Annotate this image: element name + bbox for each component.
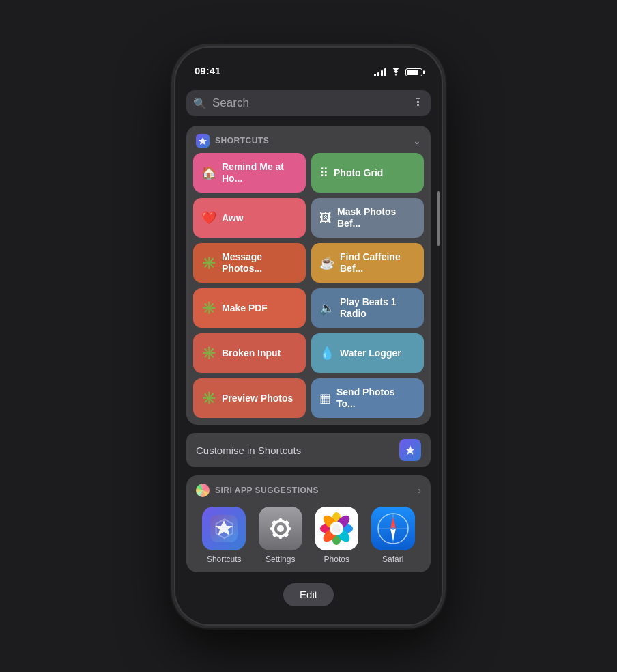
siri-card: SIRI APP SUGGESTIONS › <box>186 475 431 572</box>
preview-photos-icon: ✳️ <box>201 391 216 406</box>
preview-photos-label: Preview Photos <box>222 393 293 404</box>
notch <box>257 48 360 68</box>
photos-app-icon <box>315 507 358 550</box>
customize-bar[interactable]: Customise in Shortcuts <box>186 433 431 467</box>
siri-app-shortcuts[interactable]: Shortcuts <box>202 507 246 564</box>
shortcuts-chevron-icon[interactable]: ⌄ <box>413 135 421 146</box>
shortcuts-app-icon <box>202 507 246 550</box>
siri-icon <box>196 484 210 497</box>
water-logger-icon: 💧 <box>319 346 334 361</box>
svg-point-4 <box>277 525 284 532</box>
shortcut-make-pdf[interactable]: ✳️ Make PDF <box>193 288 306 328</box>
svg-rect-5 <box>278 518 282 522</box>
make-pdf-icon: ✳️ <box>201 300 216 316</box>
signal-icon <box>374 68 386 76</box>
search-icon: 🔍 <box>193 97 207 110</box>
siri-app-photos[interactable]: Photos <box>315 507 358 564</box>
shortcut-send-photos[interactable]: ▦ Send Photos To... <box>311 378 424 418</box>
remind-home-label: Remind Me at Ho... <box>222 161 298 184</box>
status-time: 09:41 <box>195 65 220 76</box>
siri-header: SIRI APP SUGGESTIONS › <box>196 484 421 497</box>
shortcut-message-photos[interactable]: ✳️ Message Photos... <box>193 243 306 283</box>
status-icons <box>374 68 422 76</box>
siri-header-left: SIRI APP SUGGESTIONS <box>196 484 319 497</box>
send-photos-icon: ▦ <box>319 391 331 406</box>
edit-button-container: Edit <box>175 583 442 606</box>
svg-rect-8 <box>287 527 291 531</box>
card-header-left: SHORTCUTS <box>196 134 269 148</box>
shortcut-find-caffeine[interactable]: ☕ Find Caffeine Bef... <box>311 243 424 283</box>
customize-shortcuts-icon <box>399 439 421 461</box>
broken-input-label: Broken Input <box>222 348 281 359</box>
play-beats-icon: 🔈 <box>319 300 334 316</box>
svg-rect-7 <box>270 527 274 531</box>
broken-input-icon: ✳️ <box>201 346 216 361</box>
siri-apps-row: Shortcuts <box>196 507 421 564</box>
aww-label: Aww <box>222 212 244 224</box>
svg-rect-6 <box>278 535 282 539</box>
siri-chevron-icon[interactable]: › <box>418 485 421 496</box>
shortcuts-card-title: SHORTCUTS <box>215 136 269 145</box>
shortcut-preview-photos[interactable]: ✳️ Preview Photos <box>193 378 306 418</box>
screen-content: 🔍 Search 🎙 SHORTCUTS ⌄ <box>175 82 442 624</box>
safari-app-icon <box>371 507 415 550</box>
shortcut-mask-photos[interactable]: 🖼 Mask Photos Bef... <box>311 198 424 238</box>
aww-icon: ❤️ <box>201 210 216 225</box>
find-caffeine-label: Find Caffeine Bef... <box>340 251 416 275</box>
scroll-indicator <box>437 191 440 246</box>
svg-point-0 <box>395 76 397 77</box>
shortcuts-card: SHORTCUTS ⌄ 🏠 Remind Me at Ho... ⠿ Photo… <box>186 126 431 425</box>
edit-button-label: Edit <box>300 589 317 600</box>
shortcuts-app-icon-small <box>196 134 210 148</box>
mask-photos-icon: 🖼 <box>319 211 332 225</box>
remind-home-icon: 🏠 <box>201 165 216 180</box>
search-bar[interactable]: 🔍 Search 🎙 <box>186 90 431 116</box>
card-header: SHORTCUTS ⌄ <box>186 126 431 153</box>
svg-rect-1 <box>210 515 238 542</box>
customize-label: Customise in Shortcuts <box>196 445 301 456</box>
shortcuts-app-label: Shortcuts <box>207 555 242 564</box>
photo-grid-icon: ⠿ <box>319 165 328 180</box>
message-photos-label: Message Photos... <box>222 251 298 275</box>
battery-icon <box>405 68 422 76</box>
svg-point-23 <box>332 524 341 533</box>
mask-photos-label: Mask Photos Bef... <box>337 206 416 229</box>
safari-app-label: Safari <box>382 555 403 564</box>
photo-grid-label: Photo Grid <box>334 167 383 179</box>
make-pdf-label: Make PDF <box>222 303 268 314</box>
search-placeholder: Search <box>212 96 407 110</box>
shortcut-photo-grid[interactable]: ⠿ Photo Grid <box>311 153 424 193</box>
wifi-icon <box>390 68 401 76</box>
water-logger-label: Water Logger <box>340 348 401 359</box>
siri-app-settings[interactable]: Settings <box>259 507 302 564</box>
photos-app-label: Photos <box>324 555 349 564</box>
mic-icon[interactable]: 🎙 <box>413 97 424 109</box>
message-photos-icon: ✳️ <box>201 255 216 270</box>
siri-title: SIRI APP SUGGESTIONS <box>215 486 319 495</box>
shortcut-play-beats-radio[interactable]: 🔈 Play Beats 1 Radio <box>311 288 424 328</box>
shortcuts-grid: 🏠 Remind Me at Ho... ⠿ Photo Grid ❤️ Aww… <box>186 153 431 425</box>
phone-frame: 09:41 🔍 Search 🎙 <box>175 48 442 624</box>
siri-app-safari[interactable]: Safari <box>371 507 415 564</box>
shortcut-water-logger[interactable]: 💧 Water Logger <box>311 333 424 373</box>
edit-button[interactable]: Edit <box>283 583 334 606</box>
shortcut-remind-me-home[interactable]: 🏠 Remind Me at Ho... <box>193 153 306 193</box>
shortcut-aww[interactable]: ❤️ Aww <box>193 198 306 238</box>
settings-app-label: Settings <box>266 555 295 564</box>
send-photos-label: Send Photos To... <box>336 387 416 410</box>
play-beats-label: Play Beats 1 Radio <box>340 296 416 320</box>
shortcut-broken-input[interactable]: ✳️ Broken Input <box>193 333 306 373</box>
find-caffeine-icon: ☕ <box>319 255 334 270</box>
settings-app-icon <box>259 507 302 550</box>
